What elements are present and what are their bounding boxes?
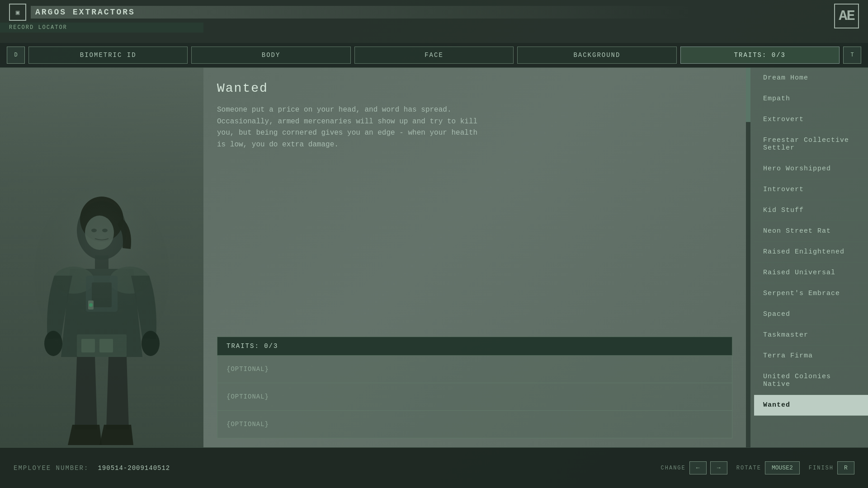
- trait-list-panel: Dream HomeEmpathExtrovertFreestar Collec…: [750, 68, 868, 447]
- trait-item-wanted[interactable]: Wanted: [754, 395, 868, 416]
- rotate-key-button[interactable]: MOUSE2: [765, 461, 800, 474]
- traits-slots: TRAITS: 0/3 {OPTIONAL} {OPTIONAL} {OPTIO…: [217, 337, 732, 438]
- tab-body[interactable]: BODY: [191, 47, 350, 64]
- trait-slot-2[interactable]: {OPTIONAL}: [217, 383, 732, 411]
- rotate-group: ROTATE MOUSE2: [736, 461, 800, 474]
- change-group: CHANGE ← →: [661, 461, 727, 474]
- trait-item-taskmaster[interactable]: Taskmaster: [754, 325, 868, 346]
- trait-item-kid-stuff[interactable]: Kid Stuff: [754, 200, 868, 221]
- record-locator: RECORD LOCATOR: [0, 23, 203, 33]
- svg-point-17: [34, 185, 170, 366]
- employee-label: EMPLOYEE NUMBER:: [14, 465, 89, 472]
- trait-item-terra-firma[interactable]: Terra Firma: [754, 346, 868, 366]
- change-label: CHANGE: [661, 465, 686, 471]
- trait-item-introvert[interactable]: Introvert: [754, 179, 868, 200]
- trait-item-raised-universal[interactable]: Raised Universal: [754, 263, 868, 283]
- company-name: ARGOS EXTRACTORS: [31, 6, 859, 19]
- nav-left-button[interactable]: D: [7, 47, 25, 64]
- rotate-label: ROTATE: [736, 465, 761, 471]
- nav-tabs: D BIOMETRIC ID BODY FACE BACKGROUND TRAI…: [0, 43, 868, 68]
- trait-list-items: Dream HomeEmpathExtrovertFreestar Collec…: [754, 68, 868, 447]
- title-row: ▣ ARGOS EXTRACTORS AE: [0, 0, 868, 23]
- trait-description: Someone put a price on your head, and wo…: [217, 104, 479, 150]
- trait-item-serpents-embrace[interactable]: Serpent's Embrace: [754, 283, 868, 304]
- character-image: [0, 68, 203, 447]
- trait-item-spaced[interactable]: Spaced: [754, 304, 868, 325]
- character-silhouette: [11, 185, 192, 447]
- trait-slot-1[interactable]: {OPTIONAL}: [217, 356, 732, 383]
- scrollbar-thumb[interactable]: [746, 68, 750, 122]
- change-right-button[interactable]: →: [710, 461, 727, 474]
- tab-face[interactable]: FACE: [354, 47, 514, 64]
- change-left-button[interactable]: ←: [689, 461, 707, 474]
- trait-item-hero-worshipped[interactable]: Hero Worshipped: [754, 159, 868, 179]
- bottom-bar: EMPLOYEE NUMBER: 190514-2009140512 CHANG…: [0, 447, 868, 488]
- finish-group: FINISH R: [809, 461, 854, 474]
- tab-traits[interactable]: TRAITS: 0/3: [680, 47, 840, 64]
- trait-item-freestar[interactable]: Freestar Collective Settler: [754, 130, 868, 159]
- top-bar: ▣ ARGOS EXTRACTORS AE RECORD LOCATOR: [0, 0, 868, 43]
- nav-right-button[interactable]: T: [843, 47, 861, 64]
- finish-label: FINISH: [809, 465, 834, 471]
- tab-biometric[interactable]: BIOMETRIC ID: [28, 47, 188, 64]
- ae-logo: AE: [834, 4, 859, 28]
- employee-number: 190514-2009140512: [98, 465, 170, 472]
- trait-item-raised-enlightened[interactable]: Raised Enlightened: [754, 242, 868, 263]
- finish-key-button[interactable]: R: [837, 461, 854, 474]
- trait-item-uc-native[interactable]: United Colonies Native: [754, 366, 868, 395]
- trait-item-extrovert[interactable]: Extrovert: [754, 109, 868, 130]
- company-logo-box: ▣: [9, 4, 26, 21]
- scrollbar-track: [746, 68, 750, 447]
- trait-title: Wanted: [217, 81, 732, 95]
- logo-text: ▣: [16, 9, 19, 16]
- trait-item-neon-street-rat[interactable]: Neon Street Rat: [754, 221, 868, 242]
- tab-background[interactable]: BACKGROUND: [517, 47, 676, 64]
- main-content: Wanted Someone put a price on your head,…: [0, 68, 868, 447]
- character-panel: [0, 68, 203, 447]
- trait-item-dream-home[interactable]: Dream Home: [754, 68, 868, 89]
- traits-slots-header: TRAITS: 0/3: [217, 337, 732, 356]
- trait-slot-3[interactable]: {OPTIONAL}: [217, 411, 732, 438]
- trait-item-empath[interactable]: Empath: [754, 89, 868, 109]
- bottom-actions: CHANGE ← → ROTATE MOUSE2 FINISH R: [661, 461, 854, 474]
- info-panel: Wanted Someone put a price on your head,…: [203, 68, 746, 447]
